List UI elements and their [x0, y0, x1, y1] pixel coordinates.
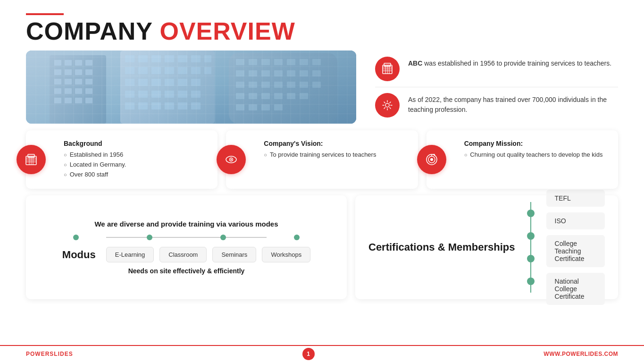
svg-rect-74 [287, 82, 295, 88]
info-text-2: As of 2022, the company has trained over… [408, 93, 618, 115]
svg-rect-81 [287, 93, 295, 99]
svg-rect-72 [261, 82, 270, 88]
card-list-item: Established in 1956 [64, 150, 208, 160]
svg-rect-18 [54, 98, 61, 103]
modus-box: We are diverse and provide training via … [26, 195, 347, 299]
svg-rect-51 [151, 102, 161, 109]
footer-center: 1 [73, 348, 544, 360]
svg-rect-27 [178, 55, 187, 62]
svg-rect-61 [300, 59, 308, 65]
slide: COMPANY OVERVIEW [0, 0, 644, 362]
svg-rect-17 [85, 88, 92, 94]
svg-rect-56 [236, 59, 244, 65]
svg-rect-0 [26, 51, 356, 124]
svg-rect-2 [54, 60, 61, 66]
bottom-section: We are diverse and provide training via … [0, 195, 644, 299]
info-text-1: ABC was established in 1956 to provide t… [408, 57, 611, 68]
svg-rect-37 [125, 79, 134, 86]
card-vision: Company's Vision: To provide training se… [226, 130, 418, 189]
cert-item-iso: ISO [546, 212, 605, 229]
svg-rect-24 [138, 55, 148, 62]
building-icon-1 [375, 57, 400, 81]
card-title-vision: Company's Vision: [264, 140, 408, 147]
card-mission: Company Mission: Churning out quality te… [427, 130, 618, 189]
svg-rect-32 [151, 67, 161, 74]
footer-brand: POWERSLIDES [26, 351, 73, 357]
svg-point-107 [231, 159, 232, 160]
svg-rect-30 [125, 67, 134, 74]
svg-rect-65 [261, 70, 270, 76]
svg-rect-34 [178, 67, 187, 74]
timeline-line [106, 237, 267, 238]
svg-rect-67 [287, 70, 295, 76]
svg-rect-60 [287, 59, 295, 65]
svg-rect-53 [178, 102, 187, 109]
svg-rect-62 [312, 59, 321, 65]
svg-rect-42 [191, 79, 201, 86]
modus-subtitle: Needs on site effectively & efficiently [128, 267, 245, 275]
card-list-mission: Churning out quality teachers to develop… [464, 150, 609, 160]
svg-rect-79 [261, 93, 270, 99]
svg-rect-77 [236, 93, 244, 99]
card-list-item: Churning out quality teachers to develop… [464, 150, 609, 160]
header-accent-line [26, 13, 64, 15]
svg-rect-73 [274, 82, 283, 88]
svg-rect-5 [85, 60, 92, 66]
cert-box: Certifications & Memberships TEFL ISO Co… [355, 195, 618, 299]
svg-rect-4 [75, 60, 82, 66]
title-red: OVERVIEW [159, 17, 295, 45]
card-list-vision: To provide training services to teachers [264, 150, 408, 160]
svg-rect-68 [300, 70, 308, 76]
svg-rect-29 [204, 55, 211, 62]
svg-rect-10 [54, 79, 61, 84]
svg-rect-70 [236, 82, 244, 88]
svg-rect-49 [125, 102, 134, 109]
svg-rect-21 [85, 98, 92, 103]
svg-rect-46 [165, 91, 174, 98]
svg-rect-35 [191, 67, 201, 74]
building-image [26, 51, 356, 124]
timeline-dot-1 [73, 235, 79, 240]
svg-rect-48 [191, 91, 201, 98]
svg-rect-78 [249, 93, 257, 99]
card-list-item: Over 800 staff [64, 170, 208, 180]
svg-rect-28 [191, 55, 201, 62]
svg-rect-3 [65, 60, 72, 66]
card-icon-eye [217, 145, 246, 174]
svg-rect-45 [151, 91, 161, 98]
svg-rect-85 [261, 104, 270, 110]
cards-section: Background Established in 1956 Located i… [0, 124, 644, 195]
svg-rect-26 [165, 55, 174, 62]
svg-rect-66 [274, 70, 283, 76]
svg-rect-87 [26, 51, 356, 124]
svg-rect-54 [191, 102, 201, 109]
timeline-dot-2 [147, 235, 152, 240]
svg-rect-23 [125, 55, 134, 62]
svg-rect-44 [138, 91, 148, 98]
cert-timeline [525, 202, 537, 293]
brand-red: SLIDES [50, 351, 73, 357]
svg-rect-41 [178, 79, 187, 86]
card-background: Background Established in 1956 Located i… [26, 130, 217, 189]
svg-rect-11 [65, 79, 72, 84]
svg-rect-9 [85, 69, 92, 75]
modus-heading: We are diverse and provide training via … [94, 220, 278, 228]
timeline-dot-4 [294, 235, 300, 240]
card-list-item: To provide training services to teachers [264, 150, 408, 160]
svg-rect-57 [249, 59, 257, 65]
cert-dot-3 [527, 255, 535, 262]
svg-rect-31 [138, 67, 148, 74]
svg-rect-40 [165, 79, 174, 86]
svg-rect-19 [65, 98, 72, 103]
info-item-2: As of 2022, the company has trained over… [375, 87, 618, 123]
modus-tag-classroom: Classroom [159, 247, 207, 262]
svg-rect-86 [274, 104, 283, 110]
info-item-1: ABC was established in 1956 to provide t… [375, 51, 618, 87]
svg-rect-1 [50, 55, 106, 124]
brand-black: POWER [26, 351, 50, 357]
cert-item-tefl: TEFL [546, 190, 605, 207]
svg-rect-58 [261, 59, 270, 65]
svg-point-110 [430, 158, 433, 161]
svg-rect-55 [229, 53, 337, 124]
svg-rect-25 [151, 55, 161, 62]
